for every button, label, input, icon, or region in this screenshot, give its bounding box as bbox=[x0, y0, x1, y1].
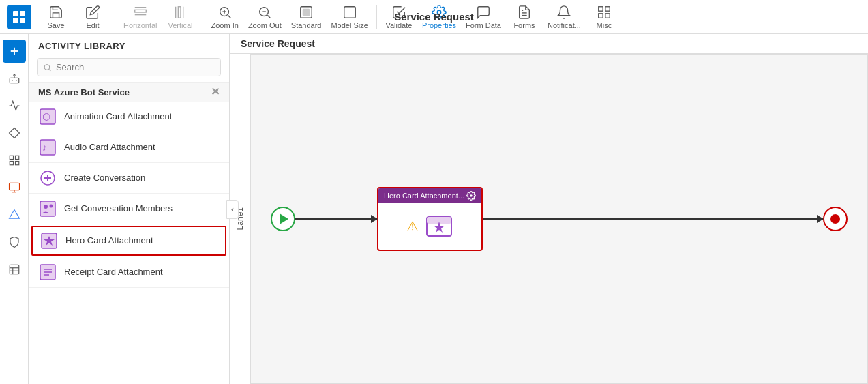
activity-item-receipt-card[interactable]: Receipt Card Attachment bbox=[29, 257, 229, 288]
svg-rect-36 bbox=[10, 162, 13, 165]
svg-rect-26 bbox=[605, 13, 610, 17]
svg-marker-41 bbox=[9, 210, 19, 219]
activity-item-get-conversation[interactable]: Get Conversation Members bbox=[29, 194, 229, 224]
warning-icon: ⚠ bbox=[406, 220, 419, 233]
icon-bar-diamond[interactable] bbox=[3, 121, 26, 145]
ms-azure-section: MS Azure Bot Service ✕ bbox=[29, 82, 229, 102]
forms-icon bbox=[517, 5, 532, 20]
icon-bar-connection[interactable] bbox=[3, 94, 26, 117]
toolbar-save[interactable]: Save bbox=[38, 2, 74, 32]
search-box[interactable] bbox=[37, 58, 221, 76]
arrow-to-hero bbox=[295, 218, 377, 220]
svg-point-64 bbox=[470, 194, 473, 197]
svg-point-57 bbox=[50, 205, 53, 208]
svg-rect-35 bbox=[15, 156, 18, 159]
activity-panel: ACTIVITY LIBRARY MS Azure Bot Service ✕ … bbox=[29, 34, 230, 384]
end-node[interactable] bbox=[823, 207, 848, 231]
svg-rect-37 bbox=[15, 162, 18, 165]
icon-bar-table[interactable] bbox=[3, 258, 26, 281]
svg-rect-4 bbox=[135, 10, 147, 12]
svg-rect-29 bbox=[10, 78, 19, 83]
animation-card-label: Animation Card Attachment bbox=[64, 111, 172, 123]
page-title: Service Request bbox=[394, 11, 474, 23]
create-conversation-icon bbox=[38, 168, 57, 188]
icon-bar bbox=[0, 34, 29, 384]
icon-bar-plus[interactable] bbox=[3, 40, 26, 63]
activity-item-audio[interactable]: ♪ Audio Card Attachment bbox=[29, 132, 229, 163]
toolbar-horizontal[interactable]: Horizontal bbox=[119, 2, 162, 32]
get-conversation-label: Get Conversation Members bbox=[64, 203, 173, 215]
toolbar-misc[interactable]: Misc bbox=[586, 2, 622, 32]
svg-rect-24 bbox=[605, 6, 610, 10]
node-settings-icon[interactable] bbox=[466, 191, 476, 201]
hero-card-node-header: Hero Card Attachment... bbox=[378, 188, 481, 203]
start-node[interactable] bbox=[271, 207, 295, 231]
toolbar-zoom-out[interactable]: Zoom Out bbox=[244, 2, 286, 32]
svg-line-11 bbox=[228, 15, 230, 18]
svg-line-47 bbox=[49, 69, 50, 70]
app-logo bbox=[7, 5, 31, 29]
zoom-in-icon bbox=[218, 5, 233, 20]
audio-card-label: Audio Card Attachment bbox=[64, 142, 155, 153]
canvas-content[interactable]: Lane1 Hero Card Attachment... bbox=[230, 54, 868, 384]
form-data-icon bbox=[476, 5, 491, 20]
search-icon bbox=[43, 63, 52, 72]
svg-line-15 bbox=[268, 15, 271, 18]
arrow-from-hero bbox=[483, 218, 823, 220]
hero-card-icon bbox=[40, 231, 59, 250]
svg-rect-34 bbox=[10, 156, 13, 159]
svg-rect-38 bbox=[9, 183, 19, 190]
svg-point-46 bbox=[44, 64, 50, 70]
toolbar-forms[interactable]: Forms bbox=[507, 2, 542, 32]
svg-rect-42 bbox=[10, 265, 19, 274]
svg-rect-18 bbox=[303, 9, 310, 15]
icon-bar-apps[interactable] bbox=[3, 149, 26, 172]
save-icon bbox=[48, 5, 63, 20]
receipt-card-label: Receipt Card Attachment bbox=[64, 267, 163, 278]
canvas-area: Service Request Lane1 bbox=[230, 34, 868, 384]
toolbar-notifications[interactable]: Notificat... bbox=[543, 2, 585, 32]
icon-bar-drive[interactable] bbox=[3, 203, 26, 226]
svg-rect-55 bbox=[40, 201, 55, 216]
svg-rect-1 bbox=[20, 11, 25, 16]
icon-bar-shield[interactable] bbox=[3, 231, 26, 254]
zoom-out-icon bbox=[257, 5, 272, 20]
svg-marker-33 bbox=[9, 128, 19, 138]
svg-text:♪: ♪ bbox=[42, 142, 47, 153]
toolbar-standard[interactable]: Standard bbox=[287, 2, 326, 32]
activity-list: ⬡ Animation Card Attachment ♪ Audio Card… bbox=[29, 102, 229, 384]
toolbar-vertical[interactable]: Vertical bbox=[163, 2, 198, 32]
horizontal-icon bbox=[133, 5, 148, 20]
activity-item-animation[interactable]: ⬡ Animation Card Attachment bbox=[29, 102, 229, 132]
canvas-header: Service Request bbox=[230, 34, 868, 54]
animation-card-icon: ⬡ bbox=[38, 107, 57, 126]
toolbar-model-size[interactable]: Model Size bbox=[327, 2, 372, 32]
svg-rect-19 bbox=[344, 6, 355, 18]
hero-card-node[interactable]: Hero Card Attachment... ⚠ bbox=[377, 187, 483, 251]
icon-bar-office[interactable] bbox=[3, 176, 26, 199]
hero-card-node-body: ⚠ bbox=[378, 203, 481, 250]
icon-bar-bot[interactable] bbox=[3, 67, 26, 90]
receipt-card-icon bbox=[38, 263, 57, 282]
toolbar-zoom-in[interactable]: Zoom In bbox=[207, 2, 243, 32]
misc-icon bbox=[597, 5, 612, 20]
search-input[interactable] bbox=[56, 62, 215, 72]
close-section-icon[interactable]: ✕ bbox=[211, 87, 220, 98]
model-size-icon bbox=[342, 5, 357, 20]
toolbar-edit[interactable]: Edit bbox=[75, 2, 110, 32]
activity-item-create-conversation[interactable]: Create Conversation bbox=[29, 163, 229, 194]
vertical-icon bbox=[173, 5, 188, 20]
svg-rect-23 bbox=[599, 6, 603, 10]
svg-text:⬡: ⬡ bbox=[42, 111, 50, 122]
hero-card-label: Hero Card Attachment bbox=[65, 235, 153, 247]
activity-library-header: ACTIVITY LIBRARY bbox=[29, 34, 229, 55]
collapse-panel-button[interactable]: ‹ bbox=[226, 200, 239, 219]
svg-rect-0 bbox=[13, 11, 18, 16]
activity-item-hero-card[interactable]: Hero Card Attachment bbox=[31, 226, 226, 256]
svg-point-56 bbox=[44, 205, 48, 209]
create-conversation-label: Create Conversation bbox=[64, 173, 145, 184]
notifications-icon bbox=[556, 5, 571, 20]
edit-icon bbox=[85, 5, 100, 20]
audio-card-icon: ♪ bbox=[38, 138, 57, 157]
get-conversation-icon bbox=[38, 199, 57, 218]
